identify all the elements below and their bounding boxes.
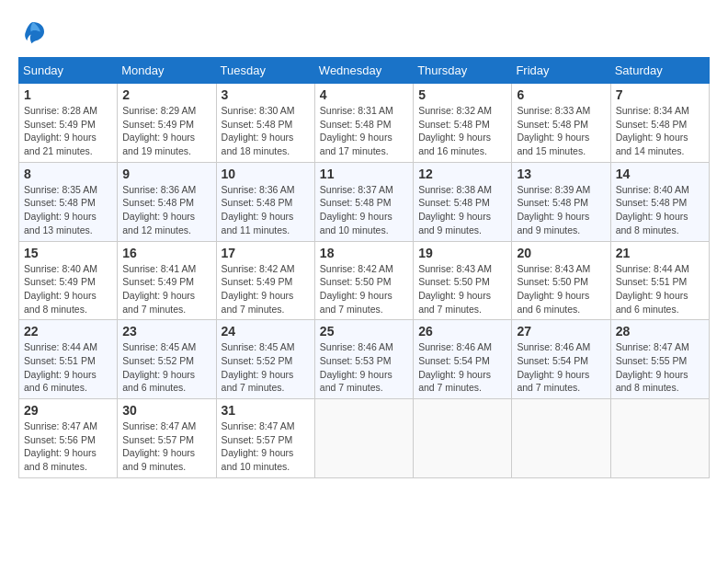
day-number: 21 — [616, 246, 704, 260]
day-info: Sunrise: 8:38 AMSunset: 5:48 PMDaylight:… — [418, 183, 506, 237]
calendar-day-cell: 1Sunrise: 8:28 AMSunset: 5:49 PMDaylight… — [19, 84, 118, 163]
day-number: 4 — [320, 87, 408, 102]
day-number: 22 — [24, 324, 112, 339]
calendar-day-cell: 24Sunrise: 8:45 AMSunset: 5:52 PMDayligh… — [216, 320, 314, 399]
calendar-day-cell: 18Sunrise: 8:42 AMSunset: 5:50 PMDayligh… — [314, 241, 413, 320]
calendar-day-cell — [512, 399, 610, 478]
day-info: Sunrise: 8:29 AMSunset: 5:49 PMDaylight:… — [122, 104, 210, 158]
day-info: Sunrise: 8:47 AMSunset: 5:57 PMDaylight:… — [222, 419, 310, 474]
calendar-day-cell: 15Sunrise: 8:40 AMSunset: 5:49 PMDayligh… — [19, 241, 118, 320]
calendar-day-cell: 2Sunrise: 8:29 AMSunset: 5:49 PMDaylight… — [118, 84, 216, 163]
day-info: Sunrise: 8:32 AMSunset: 5:48 PMDaylight:… — [418, 104, 506, 158]
calendar-day-cell — [610, 399, 709, 478]
day-info: Sunrise: 8:40 AMSunset: 5:48 PMDaylight:… — [616, 183, 704, 237]
day-number: 8 — [24, 167, 112, 181]
calendar-week-row: 15Sunrise: 8:40 AMSunset: 5:49 PMDayligh… — [19, 241, 710, 320]
day-info: Sunrise: 8:42 AMSunset: 5:49 PMDaylight:… — [222, 262, 310, 316]
day-number: 28 — [616, 324, 704, 339]
day-info: Sunrise: 8:45 AMSunset: 5:52 PMDaylight:… — [222, 340, 310, 395]
calendar-day-cell: 9Sunrise: 8:36 AMSunset: 5:48 PMDaylight… — [118, 162, 216, 241]
day-info: Sunrise: 8:47 AMSunset: 5:56 PMDaylight:… — [24, 419, 112, 474]
day-of-week-header: Tuesday — [216, 58, 314, 84]
day-number: 19 — [418, 246, 506, 260]
calendar-day-cell: 11Sunrise: 8:37 AMSunset: 5:48 PMDayligh… — [314, 162, 413, 241]
page-header — [18, 18, 710, 48]
day-info: Sunrise: 8:42 AMSunset: 5:50 PMDaylight:… — [320, 262, 408, 316]
calendar-day-cell: 20Sunrise: 8:43 AMSunset: 5:50 PMDayligh… — [512, 241, 610, 320]
day-info: Sunrise: 8:46 AMSunset: 5:53 PMDaylight:… — [320, 340, 408, 395]
day-info: Sunrise: 8:33 AMSunset: 5:48 PMDaylight:… — [517, 104, 605, 158]
day-info: Sunrise: 8:45 AMSunset: 5:52 PMDaylight:… — [122, 340, 210, 395]
day-of-week-header: Sunday — [19, 58, 118, 84]
day-number: 24 — [222, 324, 310, 339]
day-number: 16 — [122, 246, 210, 260]
day-number: 3 — [222, 87, 310, 102]
day-of-week-header: Wednesday — [314, 58, 413, 84]
day-info: Sunrise: 8:47 AMSunset: 5:55 PMDaylight:… — [616, 340, 704, 395]
day-number: 18 — [320, 246, 408, 260]
day-number: 1 — [24, 87, 112, 102]
day-info: Sunrise: 8:44 AMSunset: 5:51 PMDaylight:… — [616, 262, 704, 316]
day-info: Sunrise: 8:35 AMSunset: 5:48 PMDaylight:… — [24, 183, 112, 237]
calendar-day-cell: 7Sunrise: 8:34 AMSunset: 5:48 PMDaylight… — [610, 84, 709, 163]
calendar-week-row: 8Sunrise: 8:35 AMSunset: 5:48 PMDaylight… — [19, 162, 710, 241]
day-number: 26 — [418, 324, 506, 339]
calendar-day-cell: 12Sunrise: 8:38 AMSunset: 5:48 PMDayligh… — [414, 162, 512, 241]
calendar-day-cell: 19Sunrise: 8:43 AMSunset: 5:50 PMDayligh… — [414, 241, 512, 320]
day-number: 30 — [122, 403, 210, 418]
day-info: Sunrise: 8:34 AMSunset: 5:48 PMDaylight:… — [616, 104, 704, 158]
calendar-day-cell: 8Sunrise: 8:35 AMSunset: 5:48 PMDaylight… — [19, 162, 118, 241]
day-info: Sunrise: 8:36 AMSunset: 5:48 PMDaylight:… — [122, 183, 210, 237]
calendar-table: SundayMondayTuesdayWednesdayThursdayFrid… — [18, 57, 710, 478]
calendar-day-cell: 26Sunrise: 8:46 AMSunset: 5:54 PMDayligh… — [414, 320, 512, 399]
day-number: 9 — [122, 167, 210, 181]
day-info: Sunrise: 8:31 AMSunset: 5:48 PMDaylight:… — [320, 104, 408, 158]
day-info: Sunrise: 8:46 AMSunset: 5:54 PMDaylight:… — [418, 340, 506, 395]
day-of-week-header: Thursday — [414, 58, 512, 84]
calendar-week-row: 22Sunrise: 8:44 AMSunset: 5:51 PMDayligh… — [19, 320, 710, 399]
calendar-day-cell: 4Sunrise: 8:31 AMSunset: 5:48 PMDaylight… — [314, 84, 413, 163]
calendar-day-cell: 31Sunrise: 8:47 AMSunset: 5:57 PMDayligh… — [216, 399, 314, 478]
calendar-day-cell: 21Sunrise: 8:44 AMSunset: 5:51 PMDayligh… — [610, 241, 709, 320]
day-number: 13 — [517, 167, 605, 181]
day-number: 27 — [517, 324, 605, 339]
calendar-day-cell: 14Sunrise: 8:40 AMSunset: 5:48 PMDayligh… — [610, 162, 709, 241]
calendar-day-cell: 29Sunrise: 8:47 AMSunset: 5:56 PMDayligh… — [19, 399, 118, 478]
day-info: Sunrise: 8:39 AMSunset: 5:48 PMDaylight:… — [517, 183, 605, 237]
calendar-header-row: SundayMondayTuesdayWednesdayThursdayFrid… — [19, 58, 710, 84]
day-number: 20 — [517, 246, 605, 260]
day-number: 11 — [320, 167, 408, 181]
day-of-week-header: Saturday — [610, 58, 709, 84]
day-of-week-header: Friday — [512, 58, 610, 84]
calendar-day-cell: 17Sunrise: 8:42 AMSunset: 5:49 PMDayligh… — [216, 241, 314, 320]
day-info: Sunrise: 8:43 AMSunset: 5:50 PMDaylight:… — [418, 262, 506, 316]
day-number: 29 — [24, 403, 112, 418]
day-info: Sunrise: 8:40 AMSunset: 5:49 PMDaylight:… — [24, 262, 112, 316]
day-info: Sunrise: 8:36 AMSunset: 5:48 PMDaylight:… — [222, 183, 310, 237]
day-number: 31 — [222, 403, 310, 418]
day-number: 25 — [320, 324, 408, 339]
calendar-day-cell — [314, 399, 413, 478]
day-number: 10 — [222, 167, 310, 181]
day-info: Sunrise: 8:30 AMSunset: 5:48 PMDaylight:… — [222, 104, 310, 158]
logo — [18, 18, 51, 48]
day-of-week-header: Monday — [118, 58, 216, 84]
calendar-day-cell: 27Sunrise: 8:46 AMSunset: 5:54 PMDayligh… — [512, 320, 610, 399]
calendar-day-cell: 13Sunrise: 8:39 AMSunset: 5:48 PMDayligh… — [512, 162, 610, 241]
day-number: 17 — [222, 246, 310, 260]
logo-icon — [18, 18, 48, 48]
day-number: 2 — [122, 87, 210, 102]
day-info: Sunrise: 8:44 AMSunset: 5:51 PMDaylight:… — [24, 340, 112, 395]
calendar-day-cell: 16Sunrise: 8:41 AMSunset: 5:49 PMDayligh… — [118, 241, 216, 320]
day-number: 23 — [122, 324, 210, 339]
day-info: Sunrise: 8:37 AMSunset: 5:48 PMDaylight:… — [320, 183, 408, 237]
calendar-day-cell: 23Sunrise: 8:45 AMSunset: 5:52 PMDayligh… — [118, 320, 216, 399]
day-info: Sunrise: 8:46 AMSunset: 5:54 PMDaylight:… — [517, 340, 605, 395]
day-number: 6 — [517, 87, 605, 102]
calendar-week-row: 29Sunrise: 8:47 AMSunset: 5:56 PMDayligh… — [19, 399, 710, 478]
calendar-day-cell: 5Sunrise: 8:32 AMSunset: 5:48 PMDaylight… — [414, 84, 512, 163]
day-number: 5 — [418, 87, 506, 102]
calendar-day-cell: 28Sunrise: 8:47 AMSunset: 5:55 PMDayligh… — [610, 320, 709, 399]
day-info: Sunrise: 8:47 AMSunset: 5:57 PMDaylight:… — [122, 419, 210, 474]
day-info: Sunrise: 8:28 AMSunset: 5:49 PMDaylight:… — [24, 104, 112, 158]
